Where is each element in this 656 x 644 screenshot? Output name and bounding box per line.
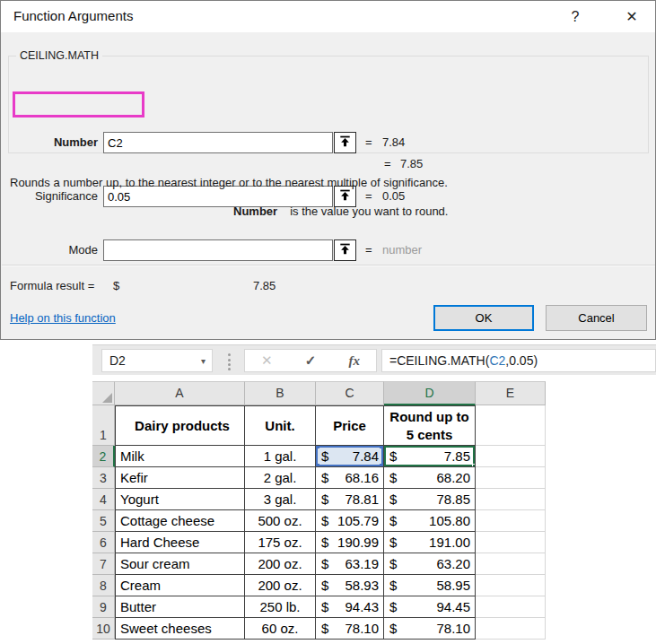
- help-on-function-link[interactable]: Help on this function: [10, 311, 116, 325]
- cell-D5[interactable]: $105.80: [384, 510, 476, 532]
- cell-C9[interactable]: $94.43: [316, 596, 384, 618]
- cell-E5[interactable]: [476, 510, 546, 532]
- cell-E2[interactable]: [476, 446, 546, 467]
- function-result-value: 7.85: [400, 157, 423, 170]
- row-header-6[interactable]: 6: [92, 532, 115, 553]
- cell-E9[interactable]: [476, 596, 546, 618]
- name-box[interactable]: D2 ▾: [101, 349, 213, 372]
- cell-B2[interactable]: 1 gal.: [245, 446, 316, 467]
- dialog-title-bar[interactable]: Function Arguments ? ✕: [1, 1, 655, 32]
- formula-suffix: ,0.05): [505, 353, 538, 368]
- insert-function-icon[interactable]: fx: [348, 353, 360, 369]
- cell-E7[interactable]: [476, 553, 546, 575]
- formula-bar-resize-handle[interactable]: [228, 352, 231, 372]
- reference-handle[interactable]: [316, 464, 319, 467]
- row-header-1[interactable]: 1: [92, 405, 115, 446]
- formula-cell-reference: C2: [489, 353, 505, 368]
- cell-C7[interactable]: $63.19: [316, 553, 384, 575]
- cell-E8[interactable]: [476, 575, 546, 596]
- close-icon[interactable]: ✕: [613, 1, 651, 32]
- function-name-label: CEILING.MATH: [16, 49, 102, 62]
- cell-A10[interactable]: Sweet cheeses: [115, 618, 245, 640]
- cell-A8[interactable]: Cream: [115, 575, 245, 596]
- cell-C3[interactable]: $68.16: [316, 467, 384, 489]
- cell-A9[interactable]: Butter: [115, 596, 245, 618]
- fill-handle[interactable]: [472, 464, 476, 467]
- argument-name: Number: [233, 205, 277, 218]
- spreadsheet: D2 ▾ ✕ ✓ fx =CEILING.MATH(C2,0.05) ABCDE…: [92, 344, 656, 644]
- cell-B10[interactable]: 60 oz.: [245, 618, 316, 640]
- cell-D8[interactable]: $58.95: [384, 575, 476, 596]
- cell-B8[interactable]: 200 oz.: [245, 575, 316, 596]
- cell-B4[interactable]: 3 gal.: [245, 489, 316, 510]
- cell-A1[interactable]: Dairy products: [115, 405, 245, 446]
- row-header-3[interactable]: 3: [92, 467, 115, 489]
- select-all-corner[interactable]: [92, 381, 115, 405]
- argument-help: Numberis the value you want to round.: [233, 205, 448, 218]
- cell-E3[interactable]: [476, 467, 546, 489]
- cell-C2[interactable]: $7.84: [316, 446, 384, 467]
- cell-D6[interactable]: $191.00: [384, 532, 476, 553]
- function-arguments-dialog: Function Arguments ? ✕ CEILING.MATH Numb…: [0, 0, 656, 340]
- cell-C5[interactable]: $105.79: [316, 510, 384, 532]
- cell-D2[interactable]: $7.85: [384, 446, 476, 467]
- cell-B3[interactable]: 2 gal.: [245, 467, 316, 489]
- collapse-dialog-button-mode[interactable]: [334, 239, 356, 261]
- mode-input[interactable]: [103, 239, 333, 261]
- cell-D7[interactable]: $63.20: [384, 553, 476, 575]
- cell-C10[interactable]: $78.10: [316, 618, 384, 640]
- cell-A2[interactable]: Milk: [115, 446, 245, 467]
- cell-C8[interactable]: $58.93: [316, 575, 384, 596]
- enter-icon[interactable]: ✓: [305, 352, 317, 369]
- cancel-entry-icon[interactable]: ✕: [261, 352, 273, 369]
- cell-D3[interactable]: $68.20: [384, 467, 476, 489]
- formula-input[interactable]: =CEILING.MATH(C2,0.05): [381, 349, 656, 372]
- cell-C6[interactable]: $190.99: [316, 532, 384, 553]
- cell-A6[interactable]: Hard Cheese: [115, 532, 245, 553]
- cell-B7[interactable]: 200 oz.: [245, 553, 316, 575]
- cell-E4[interactable]: [476, 489, 546, 510]
- cancel-button[interactable]: Cancel: [546, 305, 647, 331]
- name-box-value: D2: [109, 353, 126, 368]
- cell-C1[interactable]: Price: [316, 405, 384, 446]
- cell-A7[interactable]: Sour cream: [115, 553, 245, 575]
- formula-bar-buttons: ✕ ✓ fx: [244, 349, 377, 372]
- cell-E10[interactable]: [476, 618, 546, 640]
- cell-D4[interactable]: $78.85: [384, 489, 476, 510]
- column-header-C[interactable]: C: [316, 381, 384, 405]
- cell-D1[interactable]: Round up to5 cents: [384, 405, 476, 446]
- cell-B5[interactable]: 500 oz.: [245, 510, 316, 532]
- column-header-A[interactable]: A: [115, 381, 245, 405]
- cell-A3[interactable]: Kefir: [115, 467, 245, 489]
- mode-label: Mode: [15, 239, 98, 261]
- row-header-2[interactable]: 2: [92, 446, 115, 467]
- column-header-E[interactable]: E: [476, 381, 546, 405]
- cell-E1[interactable]: [476, 405, 546, 446]
- row-header-5[interactable]: 5: [92, 510, 115, 532]
- cell-A4[interactable]: Yogurt: [115, 489, 245, 510]
- cell-A5[interactable]: Cottage cheese: [115, 510, 245, 532]
- row-header-7[interactable]: 7: [92, 553, 115, 575]
- formula-result-value: 7.85: [253, 279, 276, 292]
- row-header-10[interactable]: 10: [92, 618, 115, 640]
- cell-B6[interactable]: 175 oz.: [245, 532, 316, 553]
- row-header-4[interactable]: 4: [92, 489, 115, 510]
- cell-B9[interactable]: 250 lb.: [245, 596, 316, 618]
- formula-result-label: Formula result =: [10, 279, 94, 292]
- cell-B1[interactable]: Unit.: [245, 405, 316, 446]
- dialog-title: Function Arguments: [13, 8, 133, 23]
- column-header-B[interactable]: B: [245, 381, 316, 405]
- help-icon[interactable]: ?: [556, 1, 594, 32]
- ok-button[interactable]: OK: [433, 305, 534, 331]
- cell-E6[interactable]: [476, 532, 546, 553]
- chevron-down-icon[interactable]: ▾: [201, 351, 206, 372]
- column-header-D[interactable]: D: [384, 381, 476, 405]
- cell-D10[interactable]: $78.10: [384, 618, 476, 640]
- reference-handle[interactable]: [316, 446, 319, 448]
- row-header-9[interactable]: 9: [92, 596, 115, 618]
- equals-sign: =: [365, 239, 372, 261]
- mode-result: number: [382, 239, 422, 261]
- cell-C4[interactable]: $78.81: [316, 489, 384, 510]
- cell-D9[interactable]: $94.45: [384, 596, 476, 618]
- row-header-8[interactable]: 8: [92, 575, 115, 596]
